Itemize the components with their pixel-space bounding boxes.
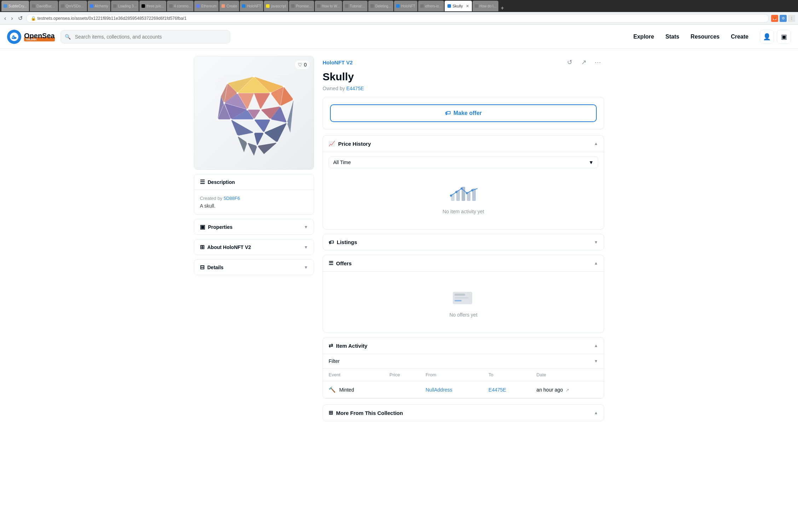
svg-point-87: [466, 192, 468, 194]
browser-tab[interactable]: javascript: [264, 1, 288, 11]
listings-header[interactable]: 🏷 Listings ▼: [323, 234, 604, 250]
extension-icon[interactable]: 🦊: [771, 15, 778, 22]
browser-tab[interactable]: Alchemy: [88, 1, 110, 11]
profile-button[interactable]: 👤: [760, 30, 774, 44]
about-header[interactable]: ⊞ About HoloNFT V2 ▼: [194, 239, 314, 255]
description-header[interactable]: ☰ Description: [194, 174, 314, 190]
time-filter-select[interactable]: All Time ▼: [329, 156, 598, 168]
activity-table: Event Price From To Date 🔨: [323, 369, 604, 398]
search-input[interactable]: [60, 30, 230, 44]
svg-point-78: [217, 118, 219, 121]
brain-svg: [204, 63, 303, 162]
like-button[interactable]: ♡ 0: [295, 60, 310, 69]
forward-button[interactable]: ›: [10, 14, 14, 23]
browser-tab[interactable]: ethers-io...: [418, 1, 444, 11]
browser-tab[interactable]: DavidBucc...: [30, 1, 58, 11]
details-header[interactable]: ⊟ Details ▼: [194, 260, 314, 275]
to-column-header: To: [483, 369, 531, 381]
make-offer-button[interactable]: 🏷 Make offer: [330, 104, 597, 122]
chevron-up-icon: ▲: [594, 261, 598, 266]
left-panel: ♡ 0: [194, 56, 314, 421]
browser-tab[interactable]: 4 commo...: [167, 1, 193, 11]
price-history-body: All Time ▼: [323, 152, 604, 229]
browser-tab-skully[interactable]: Skully ✕: [445, 1, 472, 11]
svg-point-63: [247, 109, 249, 111]
search-bar: 🔍: [60, 30, 230, 44]
chart-icon: 📈: [329, 140, 335, 147]
back-button[interactable]: ‹: [3, 14, 7, 23]
to-address-link[interactable]: E4475E: [488, 387, 506, 393]
browser-tab[interactable]: HoloNFT: [394, 1, 417, 11]
details-icon: ⊟: [200, 264, 204, 271]
price-history-header[interactable]: 📈 Price History ▲: [323, 135, 604, 152]
activity-body: Filter ▼ Event Price From To Date: [323, 354, 604, 398]
svg-point-58: [253, 76, 255, 78]
share-button[interactable]: ↗: [577, 56, 590, 69]
extensions-area: 🦊 ⚙ ⋮: [771, 15, 795, 22]
wallet-button[interactable]: ▣: [777, 30, 791, 44]
reload-button[interactable]: ↺: [17, 13, 24, 23]
opensea-logo[interactable]: OpenSea Testnet: [7, 30, 55, 44]
browser-tab[interactable]: QmVSDow...: [59, 1, 87, 11]
browser-tab-loading[interactable]: Loading 3...: [111, 1, 139, 11]
date-column-header: Date: [531, 369, 604, 381]
svg-marker-20: [257, 143, 277, 154]
svg-rect-92: [455, 300, 462, 301]
about-section: ⊞ About HoloNFT V2 ▼: [194, 239, 314, 255]
svg-point-71: [237, 135, 239, 137]
svg-point-84: [450, 195, 452, 197]
browser-tab[interactable]: Promise...: [289, 1, 314, 11]
collection-link[interactable]: HoloNFT V2: [323, 59, 353, 65]
make-offer-card: 🏷 Make offer: [323, 97, 604, 129]
opensea-logo-icon: [7, 30, 21, 44]
browser-tab[interactable]: Deleting...: [368, 1, 393, 11]
browser-tab-analytics[interactable]: Create: [219, 1, 239, 11]
svg-point-75: [247, 141, 249, 144]
nft-header-row: HoloNFT V2 ↺ ↗ ⋯: [323, 56, 604, 69]
new-tab-button[interactable]: +: [501, 5, 504, 11]
svg-point-76: [256, 145, 259, 147]
owner-address-link[interactable]: E4475E: [346, 86, 364, 91]
browser-tab[interactable]: HoloNFT: [240, 1, 263, 11]
filter-row[interactable]: Filter ▼: [323, 354, 604, 369]
browser-tab-howto[interactable]: How do I...: [473, 1, 499, 11]
main-content: ♡ 0: [187, 49, 611, 428]
item-activity-header[interactable]: ⇄ Item Activity ▲: [323, 337, 604, 354]
browser-tab[interactable]: SubtleCry...: [1, 1, 29, 11]
grid-icon: ⊞: [329, 410, 333, 416]
refresh-button[interactable]: ↺: [563, 56, 576, 69]
from-address-link[interactable]: NullAddress: [426, 387, 452, 393]
properties-icon: ▣: [200, 224, 205, 230]
extension-icon[interactable]: ⚙: [780, 15, 787, 22]
action-icons: ↺ ↗ ⋯: [563, 56, 604, 69]
event-cell: 🔨 Minted: [323, 381, 384, 398]
browser-tab[interactable]: three.js/e...: [139, 1, 166, 11]
description-content: A skull.: [200, 203, 308, 209]
more-options-button[interactable]: ⋯: [591, 56, 604, 69]
browser-tab[interactable]: Tutorial:...: [343, 1, 368, 11]
nav-stats[interactable]: Stats: [660, 31, 685, 43]
chevron-down-icon: ▼: [304, 265, 308, 270]
creator-address-link[interactable]: 5D88F6: [224, 196, 240, 201]
browser-tab[interactable]: Ethereum: [194, 1, 219, 11]
browser-toolbar: ‹ › ↺ 🔒 testnets.opensea.io/assets/0x122…: [0, 12, 798, 25]
activity-icon: ⇄: [329, 342, 333, 349]
no-activity-text: No item activity yet: [443, 209, 484, 214]
nft-title: Skully: [323, 71, 604, 83]
nav-resources[interactable]: Resources: [685, 31, 725, 43]
chevron-up-icon: ▲: [594, 343, 598, 348]
tag-icon: 🏷: [445, 110, 451, 116]
properties-header[interactable]: ▣ Properties ▼: [194, 219, 314, 235]
more-collection-header[interactable]: ⊞ More From This Collection ▲: [323, 405, 604, 421]
url-bar[interactable]: 🔒 testnets.opensea.io/assets/0x1221f89b1…: [26, 14, 769, 23]
extension-icon[interactable]: ⋮: [788, 15, 795, 22]
from-cell: NullAddress: [420, 381, 483, 398]
external-link-icon[interactable]: ↗: [566, 388, 569, 393]
browser-tab[interactable]: How to W...: [315, 1, 342, 11]
offers-placeholder-icon: [449, 287, 478, 308]
nav-create[interactable]: Create: [725, 31, 754, 43]
owned-by-text: Owned by E4475E: [323, 86, 604, 91]
offers-header[interactable]: ☰ Offers ▲: [323, 255, 604, 271]
price-cell: [384, 381, 420, 398]
nav-explore[interactable]: Explore: [628, 31, 660, 43]
